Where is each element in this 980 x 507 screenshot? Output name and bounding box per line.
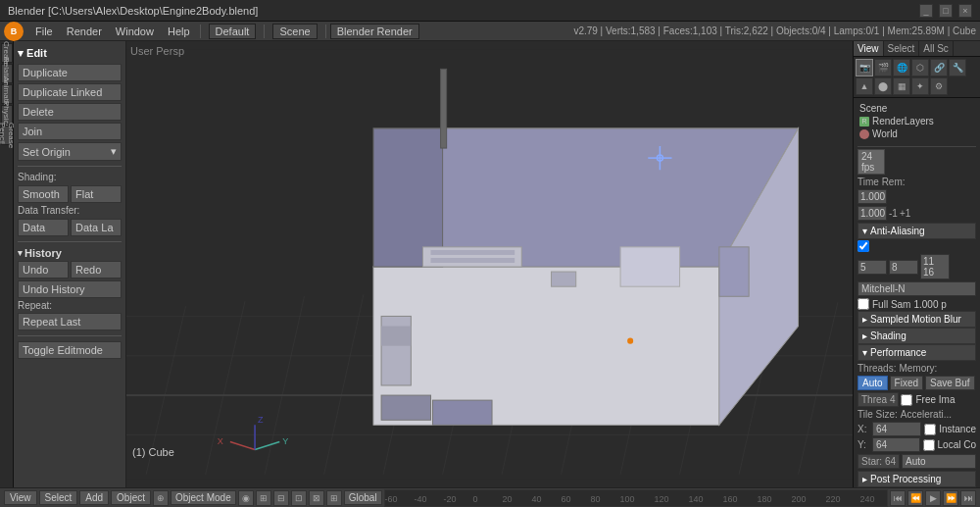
world-item[interactable]: World: [858, 127, 976, 140]
auto-button[interactable]: Auto: [858, 376, 888, 390]
toggle-editmode-button[interactable]: Toggle Editmode: [18, 341, 122, 359]
divider: [18, 166, 122, 167]
dropdown-arrow-icon: ▾: [111, 145, 117, 158]
minimize-button[interactable]: _: [919, 4, 933, 18]
val2-field[interactable]: 1.000: [858, 206, 887, 221]
menu-window[interactable]: Window: [110, 24, 160, 39]
mode-dropdown[interactable]: Object Mode: [171, 490, 236, 505]
fps-field[interactable]: 24 fps: [858, 149, 885, 175]
cursor-icon[interactable]: ⊕: [153, 490, 169, 506]
smooth-button[interactable]: Smooth: [18, 185, 69, 203]
viewport-shading-icon[interactable]: ◉: [238, 490, 254, 506]
grease-pencil-tab[interactable]: Grease Pencil: [1, 126, 13, 145]
flat-button[interactable]: Flat: [71, 185, 122, 203]
fixed-button[interactable]: Fixed: [890, 376, 923, 390]
timeline[interactable]: -60 -40 -20 0 20 40 60 80 100 120 140 16…: [384, 489, 888, 507]
viewport-icon4[interactable]: ⊠: [309, 490, 324, 506]
auto-val-field[interactable]: Auto: [902, 454, 976, 469]
val-row-2: 1.000 -1 +1: [858, 206, 976, 221]
viewport-icon1[interactable]: ⊞: [256, 490, 271, 506]
data-la-button[interactable]: Data La: [71, 219, 122, 236]
render-layers-item[interactable]: R RenderLayers: [858, 115, 976, 127]
instance-checkbox[interactable]: [924, 424, 936, 435]
menu-help[interactable]: Help: [162, 24, 196, 39]
scene-selector[interactable]: Scene: [272, 24, 317, 39]
render-icon[interactable]: 📷: [856, 59, 873, 76]
aa-preset-field[interactable]: Mitchell-N: [858, 281, 976, 296]
prop-tab-view[interactable]: View: [854, 41, 884, 56]
timeline-icon2[interactable]: ⏪: [907, 490, 923, 506]
full-sam-val: 1.000 p: [913, 299, 946, 310]
aa-val1[interactable]: 5: [858, 260, 887, 275]
viewport-icon5[interactable]: ⊞: [326, 490, 342, 506]
local-co-checkbox[interactable]: [923, 439, 935, 451]
texture-icon[interactable]: ▦: [893, 77, 910, 95]
aa-val2[interactable]: 8: [889, 260, 918, 275]
redo-button[interactable]: Redo: [71, 261, 122, 279]
anti-aliasing-header[interactable]: ▾ Anti-Aliasing: [858, 223, 976, 239]
select-button[interactable]: Select: [39, 490, 78, 505]
delete-button[interactable]: Delete: [18, 103, 122, 121]
set-origin-button[interactable]: Set Origin ▾: [18, 142, 122, 161]
scene-icon-btn[interactable]: 🎬: [874, 59, 892, 76]
add-button[interactable]: Add: [79, 490, 109, 505]
constraints-icon[interactable]: 🔗: [930, 59, 948, 76]
timeline-icon3[interactable]: ▶: [925, 490, 941, 506]
maximize-button[interactable]: □: [939, 4, 953, 18]
global-dropdown[interactable]: Global: [344, 490, 382, 505]
free-ima-checkbox[interactable]: [901, 394, 912, 406]
free-ima-label: Free Ima: [915, 394, 955, 405]
window-buttons: _ □ ×: [919, 4, 972, 18]
close-button[interactable]: ×: [958, 4, 972, 18]
object-button[interactable]: Object: [111, 490, 151, 505]
shading-header[interactable]: ▸ Shading: [858, 328, 976, 344]
motion-blur-header[interactable]: ▸ Sampled Motion Blur: [858, 311, 976, 328]
full-sam-checkbox[interactable]: [858, 298, 869, 310]
pp-arrow-icon: ▸: [862, 474, 867, 484]
duplicate-button[interactable]: Duplicate: [18, 64, 122, 81]
x-field[interactable]: 64: [872, 422, 921, 436]
undo-button[interactable]: Undo: [18, 261, 69, 279]
menu-file[interactable]: File: [29, 24, 59, 39]
timeline-icon4[interactable]: ⏩: [943, 490, 958, 506]
menu-render[interactable]: Render: [61, 24, 108, 39]
post-processing-header[interactable]: ▸ Post Processing: [858, 471, 976, 487]
view-button[interactable]: View: [4, 490, 37, 505]
three4-field[interactable]: Threa 4: [858, 392, 899, 407]
svg-rect-28: [441, 69, 447, 148]
viewport-icon2[interactable]: ⊟: [273, 490, 289, 506]
data-icon[interactable]: ▲: [856, 77, 873, 95]
viewport-label: User Persp: [130, 45, 184, 57]
save-buf-button[interactable]: Save Buf: [925, 376, 975, 390]
viewport[interactable]: User Persp: [126, 41, 853, 487]
world-icon[interactable]: 🌐: [893, 59, 910, 76]
object-label: (1) Cube: [132, 446, 174, 458]
data-button[interactable]: Data: [18, 219, 69, 236]
timeline-icon1[interactable]: ⏮: [890, 490, 906, 506]
timeline-icon5[interactable]: ⏭: [960, 490, 976, 506]
screen-selector[interactable]: Default: [209, 24, 257, 39]
object-icon[interactable]: ⬡: [911, 59, 929, 76]
viewport-icon3[interactable]: ⊡: [291, 490, 307, 506]
y-field[interactable]: 64: [872, 437, 920, 452]
star64-field[interactable]: Star: 64: [858, 454, 900, 469]
prop-tab-allsc[interactable]: All Sc: [919, 41, 954, 56]
undo-history-button[interactable]: Undo History: [18, 280, 122, 298]
modifiers-icon[interactable]: 🔧: [949, 59, 966, 76]
physics-icon[interactable]: ⚙: [930, 77, 948, 95]
mb-arrow-icon: ▸: [862, 314, 867, 325]
properties-panel: View Select All Sc 📷 🎬 🌐 ⬡ 🔗 🔧 ▲ ⬤ ▦ ✦ ⚙…: [853, 41, 980, 487]
performance-header[interactable]: ▾ Performance: [858, 344, 976, 361]
render-layers-label: RenderLayers: [872, 116, 934, 127]
material-icon[interactable]: ⬤: [874, 77, 892, 95]
val1-field[interactable]: 1.000: [858, 189, 887, 204]
aa-checkbox[interactable]: [858, 240, 869, 252]
repeat-last-button[interactable]: Repeat Last: [18, 313, 122, 330]
join-button[interactable]: Join: [18, 123, 122, 140]
engine-selector[interactable]: Blender Render: [330, 24, 419, 39]
particles-icon[interactable]: ✦: [911, 77, 929, 95]
aa-val3[interactable]: 11 16: [920, 254, 950, 279]
prop-tab-select[interactable]: Select: [884, 41, 920, 56]
timeline-num-14: 200: [792, 494, 807, 504]
duplicate-linked-button[interactable]: Duplicate Linked: [18, 83, 122, 101]
